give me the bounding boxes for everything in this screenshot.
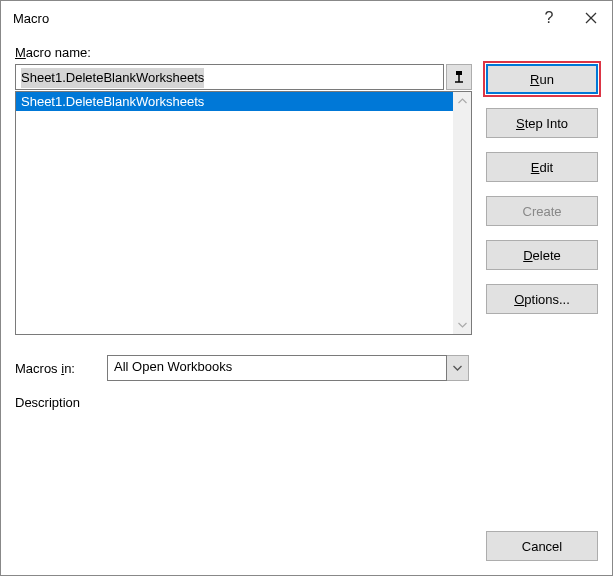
scroll-up-icon[interactable] (453, 92, 471, 110)
list-item[interactable]: Sheet1.DeleteBlankWorksheets (16, 92, 453, 111)
help-button[interactable]: ? (528, 3, 570, 33)
cancel-button[interactable]: Cancel (486, 531, 598, 561)
step-into-button[interactable]: Step Into (486, 108, 598, 138)
svg-rect-2 (456, 71, 462, 75)
chevron-down-icon (453, 365, 462, 371)
macros-in-dropdown-button[interactable] (447, 355, 469, 381)
create-button: Create (486, 196, 598, 226)
edit-button[interactable]: Edit (486, 152, 598, 182)
run-button[interactable]: Run (486, 64, 598, 94)
delete-button[interactable]: Delete (486, 240, 598, 270)
scrollbar[interactable] (453, 92, 471, 334)
dialog-title: Macro (13, 11, 49, 26)
macro-name-input[interactable]: Sheet1.DeleteBlankWorksheets (15, 64, 444, 90)
reference-button[interactable] (446, 64, 472, 90)
close-button[interactable] (570, 3, 612, 33)
macros-in-label: Macros in: (15, 361, 99, 376)
macros-in-select[interactable]: All Open Workbooks (107, 355, 447, 381)
title-bar: Macro ? (1, 1, 612, 35)
close-icon (585, 12, 597, 24)
macro-name-label: Macro name: (15, 45, 598, 60)
reference-icon (452, 70, 466, 84)
options-button[interactable]: Options... (486, 284, 598, 314)
description-label: Description (15, 395, 598, 410)
macro-listbox[interactable]: Sheet1.DeleteBlankWorksheets (15, 91, 472, 335)
scroll-down-icon[interactable] (453, 316, 471, 334)
